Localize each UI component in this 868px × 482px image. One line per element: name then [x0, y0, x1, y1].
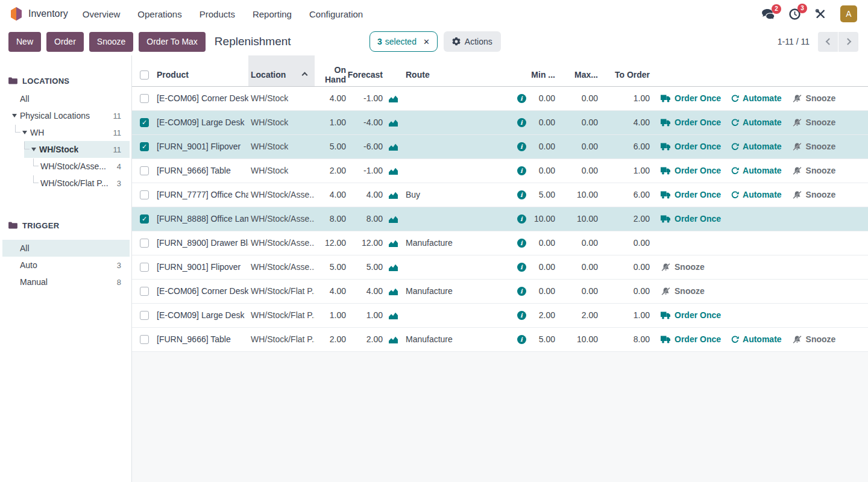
automate-button[interactable]: Automate: [731, 190, 782, 199]
to-order-cell[interactable]: 1.00: [599, 303, 651, 327]
row-checkbox[interactable]: [140, 287, 149, 296]
clear-selection-button[interactable]: ✕: [423, 37, 430, 46]
messages-button[interactable]: 2: [762, 9, 775, 19]
table-row[interactable]: [FURN_9001] Flipover WH/Stock/Asse... 5.…: [132, 255, 868, 279]
forecast-chart-icon[interactable]: [389, 95, 398, 102]
new-button[interactable]: New: [8, 32, 41, 52]
row-checkbox[interactable]: [140, 263, 149, 272]
sidebar-tree-item[interactable]: WH/Stock 11: [24, 141, 130, 158]
table-row[interactable]: [FURN_8900] Drawer Black WH/Stock/Asse..…: [132, 231, 868, 255]
snooze-button[interactable]: Snooze: [792, 117, 836, 127]
row-checkbox[interactable]: [140, 94, 149, 103]
column-header-product[interactable]: Product: [154, 55, 248, 86]
automate-button[interactable]: Automate: [731, 117, 782, 127]
product-cell[interactable]: [E-COM09] Large Desk: [154, 110, 248, 134]
product-cell[interactable]: [FURN_9001] Flipover: [154, 134, 248, 158]
automate-button[interactable]: Automate: [731, 166, 782, 175]
min-quantity-cell[interactable]: 0.00: [530, 255, 556, 279]
max-quantity-cell[interactable]: 10.00: [556, 207, 599, 231]
info-icon[interactable]: [517, 311, 526, 320]
row-checkbox[interactable]: [140, 166, 149, 175]
table-row[interactable]: [E-COM09] Large Desk WH/Stock/Flat P... …: [132, 303, 868, 327]
info-icon[interactable]: [517, 166, 526, 175]
snooze-button[interactable]: Snooze: [792, 334, 836, 344]
max-quantity-cell[interactable]: 0.00: [556, 279, 599, 303]
forecast-chart-icon[interactable]: [389, 288, 398, 295]
caret-down-icon[interactable]: [12, 114, 17, 117]
order-once-button[interactable]: Order Once: [661, 310, 721, 320]
to-order-cell[interactable]: 0.00: [599, 255, 651, 279]
caret-down-icon[interactable]: [31, 148, 36, 151]
column-header-route[interactable]: Route: [402, 55, 512, 86]
order-once-button[interactable]: Order Once: [661, 166, 721, 175]
info-icon[interactable]: [517, 94, 526, 103]
order-once-button[interactable]: Order Once: [661, 142, 721, 151]
snooze-button[interactable]: Snooze: [792, 166, 836, 175]
to-order-cell[interactable]: 4.00: [599, 110, 651, 134]
min-quantity-cell[interactable]: 0.00: [530, 110, 556, 134]
max-quantity-cell[interactable]: 0.00: [556, 134, 599, 158]
order-to-max-button[interactable]: Order To Max: [139, 32, 206, 52]
forecast-chart-icon[interactable]: [389, 240, 398, 247]
nav-menu-item[interactable]: Overview: [83, 9, 121, 19]
to-order-cell[interactable]: 6.00: [599, 134, 651, 158]
row-checkbox[interactable]: [140, 214, 149, 224]
forecast-chart-icon[interactable]: [389, 167, 398, 175]
column-header-location[interactable]: Location: [248, 55, 315, 86]
tools-button[interactable]: [815, 8, 826, 19]
to-order-cell[interactable]: 1.00: [599, 86, 651, 110]
forecast-chart-icon[interactable]: [389, 119, 398, 127]
snooze-button[interactable]: Snooze: [661, 286, 705, 296]
automate-button[interactable]: Automate: [731, 142, 782, 151]
table-row[interactable]: [E-COM06] Corner Desk ... WH/Stock 4.00 …: [132, 86, 868, 110]
product-cell[interactable]: [FURN_7777] Office Chair: [154, 183, 248, 207]
snooze-button[interactable]: Snooze: [792, 93, 836, 103]
max-quantity-cell[interactable]: 0.00: [556, 231, 599, 255]
info-icon[interactable]: [517, 118, 526, 127]
pager-previous-button[interactable]: [818, 32, 838, 52]
snooze-button[interactable]: Snooze: [89, 32, 133, 52]
column-header-on-hand[interactable]: On Hand: [315, 55, 347, 86]
to-order-cell[interactable]: 0.00: [599, 231, 651, 255]
row-checkbox[interactable]: [140, 335, 149, 344]
column-header-min[interactable]: Min ...: [530, 55, 556, 86]
automate-button[interactable]: Automate: [731, 334, 782, 344]
table-row[interactable]: [E-COM06] Corner Desk ... WH/Stock/Flat …: [132, 279, 868, 303]
max-quantity-cell[interactable]: 2.00: [556, 303, 599, 327]
table-row[interactable]: [FURN_7777] Office Chair WH/Stock/Asse..…: [132, 183, 868, 207]
sidebar-tree-item[interactable]: WH 11: [15, 124, 130, 141]
min-quantity-cell[interactable]: 2.00: [530, 303, 556, 327]
info-icon[interactable]: [517, 263, 526, 272]
select-all-checkbox[interactable]: [140, 70, 149, 80]
column-header-to-order[interactable]: To Order: [599, 55, 651, 86]
table-row[interactable]: [FURN_9001] Flipover WH/Stock 5.00 -6.00…: [132, 134, 868, 158]
product-cell[interactable]: [FURN_9001] Flipover: [154, 255, 248, 279]
caret-down-icon[interactable]: [22, 131, 27, 134]
row-checkbox[interactable]: [140, 142, 149, 151]
column-header-max[interactable]: Max...: [556, 55, 599, 86]
order-once-button[interactable]: Order Once: [661, 117, 721, 127]
activities-button[interactable]: 3: [789, 8, 800, 20]
product-cell[interactable]: [FURN_8888] Office Lamp: [154, 207, 248, 231]
info-icon[interactable]: [517, 190, 526, 199]
max-quantity-cell[interactable]: 10.00: [556, 183, 599, 207]
actions-button[interactable]: Actions: [444, 31, 501, 52]
info-icon[interactable]: [517, 214, 526, 224]
table-row[interactable]: [E-COM09] Large Desk WH/Stock 1.00 -4.00…: [132, 110, 868, 134]
max-quantity-cell[interactable]: 0.00: [556, 86, 599, 110]
max-quantity-cell[interactable]: 10.00: [556, 327, 599, 351]
nav-menu-item[interactable]: Reporting: [253, 9, 292, 19]
info-icon[interactable]: [517, 239, 526, 248]
pager-next-button[interactable]: [838, 32, 858, 52]
row-checkbox[interactable]: [140, 239, 149, 248]
min-quantity-cell[interactable]: 0.00: [530, 86, 556, 110]
to-order-cell[interactable]: 0.00: [599, 279, 651, 303]
info-icon[interactable]: [517, 335, 526, 344]
forecast-chart-icon[interactable]: [389, 192, 398, 199]
min-quantity-cell[interactable]: 10.00: [530, 207, 556, 231]
product-cell[interactable]: [FURN_9666] Table: [154, 327, 248, 351]
sidebar-tree-item[interactable]: Physical Locations 11: [12, 107, 130, 124]
product-cell[interactable]: [E-COM06] Corner Desk ...: [154, 86, 248, 110]
sidebar-tree-item[interactable]: Manual 8: [2, 274, 130, 290]
to-order-cell[interactable]: 8.00: [599, 327, 651, 351]
